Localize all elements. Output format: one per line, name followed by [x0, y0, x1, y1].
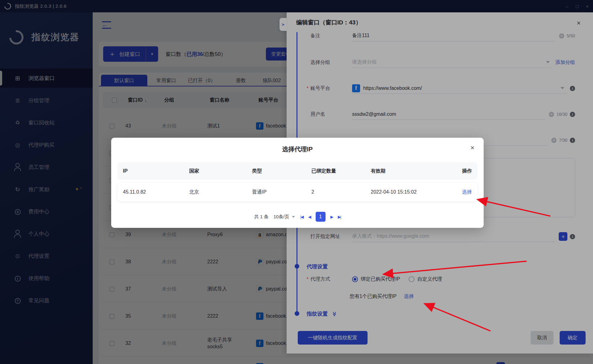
select-ip-link[interactable]: 选择 — [462, 189, 472, 195]
proxy-ip-table: IP 国家 类型 已绑定数量 有效期 操作 45.11.0.82 北京 普通IP… — [117, 162, 477, 201]
app-window: 指纹浏览器 2.0.3 | 2.0.6 – □ × 指纹浏览器 浏览器窗口 分组… — [0, 0, 593, 364]
column-header-ip: IP — [123, 168, 189, 174]
proxy-table-header: IP 国家 类型 已绑定数量 有效期 操作 — [117, 162, 477, 180]
proxy-table-row: 45.11.0.82 北京 普通IP 2 2022-04-10 15:15:02… — [117, 183, 477, 201]
cell-ip: 45.11.0.82 — [123, 189, 189, 195]
modal-close-icon[interactable]: × — [470, 144, 474, 152]
column-header-action: 操作 — [444, 168, 472, 174]
select-proxy-ip-modal: 选择代理IP × IP 国家 类型 已绑定数量 有效期 操作 45.11.0.8… — [111, 138, 484, 228]
pagination: 共 1 条 10条/页 |◀ ◀ 1 ▶ ▶| — [111, 212, 484, 222]
total-count: 共 1 条 — [254, 214, 269, 220]
column-header-expiry: 有效期 — [371, 168, 444, 174]
column-header-country: 国家 — [189, 168, 252, 174]
first-page-icon[interactable]: |◀ — [300, 215, 303, 219]
cell-bound-count: 2 — [311, 189, 371, 195]
prev-page-icon[interactable]: ◀ — [308, 215, 311, 219]
page-number-button[interactable]: 1 — [316, 212, 326, 222]
next-page-icon[interactable]: ▶ — [330, 215, 333, 219]
cell-type: 普通IP — [252, 189, 311, 195]
cell-expiry: 2022-04-10 15:15:02 — [371, 189, 444, 195]
column-header-type: 类型 — [252, 168, 311, 174]
cell-country: 北京 — [189, 189, 252, 195]
column-header-bound-count: 已绑定数量 — [311, 168, 371, 174]
chevron-down-icon — [292, 216, 295, 218]
modal-title: 选择代理IP — [111, 145, 484, 153]
last-page-icon[interactable]: ▶| — [338, 215, 341, 219]
per-page-select[interactable]: 10条/页 — [274, 214, 296, 220]
